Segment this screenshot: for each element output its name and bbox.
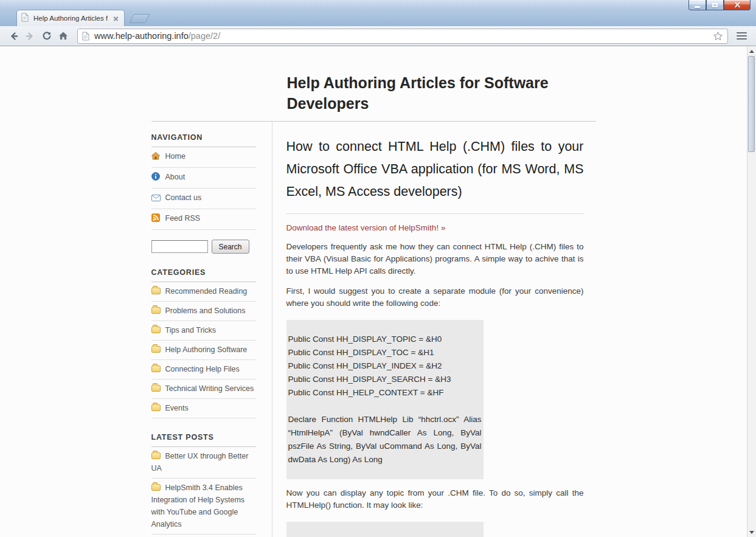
info-icon [151, 172, 161, 184]
category-item[interactable]: Connecting Help Files [151, 360, 256, 379]
minimize-button[interactable] [688, 0, 706, 10]
address-bar[interactable]: www.help-authoring.info/page/2/ [77, 29, 728, 44]
category-item[interactable]: Problems and Solutions [151, 302, 256, 321]
url-domain: www.help-authoring.info [94, 31, 189, 41]
bookmark-star-icon[interactable] [713, 31, 723, 41]
close-icon [734, 2, 741, 9]
browser-toolbar: www.help-authoring.info/page/2/ [0, 26, 756, 46]
categories-heading: CATEGORIES [151, 268, 256, 282]
article-paragraph: Developers frequently ask me how they ca… [286, 241, 584, 277]
back-button[interactable] [5, 28, 22, 44]
article-title: How to connect HTML Help (.CHM) files to… [286, 136, 584, 214]
sidebar: NAVIGATION Home About [151, 122, 256, 537]
forward-icon [24, 30, 36, 42]
home-button[interactable] [55, 28, 71, 44]
reload-icon [41, 30, 52, 41]
tab-title: Help Authoring Articles fo [33, 15, 108, 22]
url-text[interactable]: www.help-authoring.info/page/2/ [94, 31, 708, 41]
category-link[interactable]: Technical Writing Services [165, 384, 254, 393]
post-item[interactable]: Technical Documentation Know-how and Ser… [151, 535, 256, 537]
post-item[interactable]: HelpSmith 3.4 Enables Integration of Hel… [151, 479, 256, 535]
back-icon [8, 30, 19, 42]
scroll-down-icon[interactable] [747, 528, 756, 537]
page-viewport: Help Authoring Articles for Software Dev… [0, 47, 747, 537]
home-icon [58, 30, 69, 41]
article-paragraph: First, I would suggest you to create a s… [286, 285, 584, 310]
reload-button[interactable] [38, 28, 55, 44]
code-block-call: HTMLHelp(0, MyHelpFile, HH_HELP_CONTEXT, [286, 522, 484, 537]
post-link[interactable]: Better UX through Better UA [151, 452, 249, 473]
maximize-icon [712, 3, 718, 7]
navigation-heading: NAVIGATION [151, 133, 256, 147]
scrollbar-thumb[interactable] [748, 56, 755, 152]
category-link[interactable]: Connecting Help Files [165, 365, 240, 373]
article-paragraph: Now you can display any topic from your … [286, 487, 584, 511]
folder-icon [151, 385, 161, 392]
sidebar-item-home[interactable]: Home [151, 147, 256, 168]
code-block-declarations: Public Const HH_DISPLAY_TOPIC = &H0 Publ… [286, 320, 484, 479]
page-favicon-icon [21, 13, 29, 24]
category-item[interactable]: Tips and Tricks [151, 321, 256, 341]
tab-close-icon[interactable] [112, 15, 120, 23]
folder-icon [151, 452, 161, 459]
category-link[interactable]: Tips and Tricks [165, 326, 217, 334]
url-path: /page/2/ [189, 31, 220, 41]
category-link[interactable]: Problems and Solutions [165, 307, 246, 315]
window-controls [688, 0, 751, 10]
category-link[interactable]: Help Authoring Software [165, 345, 248, 354]
folder-icon [151, 288, 161, 294]
category-item[interactable]: Recommended Reading [151, 282, 256, 302]
category-item[interactable]: Help Authoring Software [151, 341, 256, 360]
folder-icon [151, 484, 161, 491]
search-input[interactable] [151, 240, 208, 253]
search-form: Search [151, 240, 256, 254]
menu-button[interactable] [732, 28, 751, 44]
new-tab-button[interactable] [129, 14, 150, 23]
browser-window: Help Authoring Articles fo www.help-auth [0, 0, 756, 537]
download-helpsmith-link[interactable]: Download the latest version of HelpSmith… [286, 223, 446, 232]
folder-icon [151, 327, 161, 333]
titlebar[interactable]: Help Authoring Articles fo [0, 0, 756, 26]
folder-icon [151, 346, 161, 353]
category-link[interactable]: Recommended Reading [165, 287, 248, 296]
site-title: Help Authoring Articles for Software Dev… [287, 72, 596, 114]
maximize-button[interactable] [706, 0, 724, 10]
envelope-icon [151, 193, 161, 205]
category-link[interactable]: Events [165, 404, 189, 412]
search-button[interactable]: Search [212, 240, 249, 254]
sidebar-link[interactable]: About [165, 173, 186, 181]
latest-posts-heading: LATEST POSTS [151, 433, 256, 447]
sidebar-link[interactable]: Feed RSS [165, 214, 201, 223]
browser-tab[interactable]: Help Authoring Articles fo [16, 10, 125, 26]
rss-icon [151, 213, 161, 226]
vertical-scrollbar[interactable] [747, 47, 756, 537]
folder-icon [151, 366, 161, 372]
menu-icon [737, 32, 747, 34]
sidebar-item-contact[interactable]: Contact us [151, 189, 256, 209]
sidebar-link[interactable]: Contact us [165, 193, 202, 202]
sidebar-item-about[interactable]: About [151, 168, 256, 189]
category-item[interactable]: Events [151, 399, 256, 418]
minimize-icon [695, 6, 700, 8]
home-icon [151, 151, 161, 164]
category-item[interactable]: Technical Writing Services [151, 379, 256, 399]
folder-icon [151, 404, 161, 411]
scroll-up-icon[interactable] [747, 47, 756, 56]
page-icon [82, 32, 89, 41]
close-button[interactable] [724, 0, 751, 10]
article: How to connect HTML Help (.CHM) files to… [272, 122, 596, 537]
sidebar-item-rss[interactable]: Feed RSS [151, 209, 256, 230]
sidebar-link[interactable]: Home [165, 152, 186, 161]
forward-button[interactable] [22, 28, 38, 44]
folder-icon [151, 307, 161, 314]
post-link[interactable]: HelpSmith 3.4 Enables Integration of Hel… [151, 483, 245, 528]
post-item[interactable]: Better UX through Better UA [151, 447, 256, 479]
